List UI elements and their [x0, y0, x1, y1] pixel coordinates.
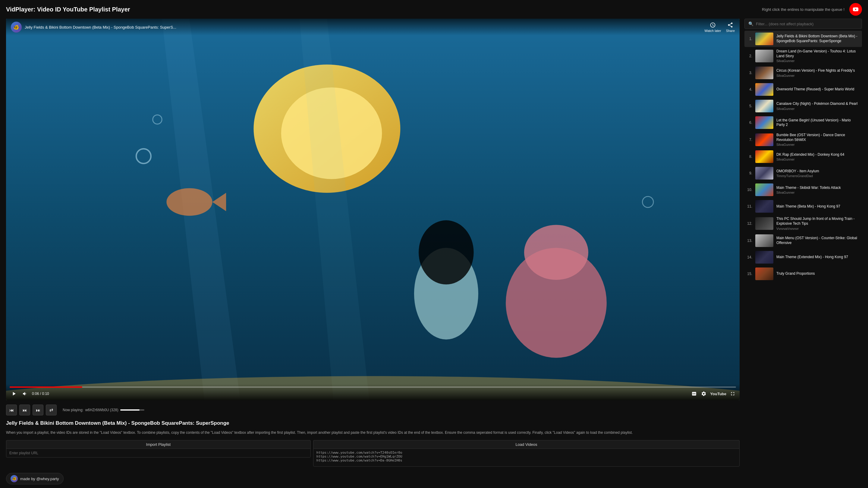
main-content: 🐠 Jelly Fields & Bikini Bottom Downtown …: [0, 19, 868, 470]
item-number: 9.: [747, 171, 752, 175]
item-number: 2.: [747, 54, 752, 58]
search-icon: 🔍: [748, 22, 753, 26]
item-title: Truly Grand Proportions: [776, 271, 860, 276]
item-info: Bumble Bee (OST Version) - Dance Dance R…: [776, 133, 860, 147]
playlist-item[interactable]: 7. Bumble Bee (OST Version) - Dance Danc…: [744, 131, 862, 148]
prev-button[interactable]: ⏮: [6, 404, 17, 415]
playlist-item[interactable]: 5. Canalave City (Night) - Pokémon Diamo…: [744, 98, 862, 114]
item-channel: SilvaGunner: [776, 191, 860, 194]
import-label: Import Playlist: [6, 440, 311, 449]
item-title: Main Theme (Extended Mix) - Hong Kong 97: [776, 255, 860, 260]
item-title: Dream Land (In-Game Version) - Touhou 4:…: [776, 49, 860, 59]
app-title: VidPlayer: Video ID YouTube Playlist Pla…: [6, 6, 130, 13]
load-textarea[interactable]: [313, 449, 740, 466]
controls-right: YouTube: [691, 390, 736, 397]
fullscreen-button[interactable]: [730, 390, 736, 397]
playlist-item[interactable]: 13. Main Menu (OST Version) - Counter-St…: [744, 233, 862, 249]
item-thumbnail: [755, 184, 773, 196]
youtube-logo-button[interactable]: [849, 3, 862, 16]
item-thumbnail: [755, 267, 773, 280]
play-button[interactable]: [10, 390, 18, 397]
item-title: Overworld Theme (Reused) - Super Mario W…: [776, 87, 860, 92]
time-display: 0:06 / 0:10: [32, 392, 49, 396]
play-pause-button[interactable]: ⏭: [19, 404, 30, 415]
item-info: Circus (Korean Version) - Five Nights at…: [776, 68, 860, 77]
song-title: Jelly Fields & Bikini Bottom Downtown (B…: [6, 420, 740, 426]
item-channel: TimmyTurnersGrandDad: [776, 174, 860, 178]
cc-button[interactable]: [691, 390, 698, 397]
item-info: Dream Land (In-Game Version) - Touhou 4:…: [776, 49, 860, 63]
made-by-avatar: 🐠: [10, 475, 18, 482]
header-hint: Right click the entires to manipulate th…: [762, 7, 844, 12]
shuffle-button[interactable]: ⇄: [46, 404, 57, 415]
video-title: Jelly Fields & Bikini Bottom Downtown (B…: [25, 25, 704, 30]
item-info: DK Rap (Extended Mix) - Donkey Kong 64 S…: [776, 153, 860, 161]
player-controls-row: ⏮ ⏭ ⏭ ⇄ Now playing: w6HZr6tWb0U (328): [6, 403, 740, 417]
video-channel-avatar: 🐠: [11, 22, 22, 33]
svg-rect-0: [6, 19, 740, 400]
item-thumbnail: [755, 133, 773, 146]
playlist-item[interactable]: 12. This PC Should Jump In front of a Mo…: [744, 215, 862, 232]
made-by-text: made by @whey.party: [20, 477, 59, 481]
video-container: 🐠 Jelly Fields & Bikini Bottom Downtown …: [6, 19, 740, 400]
share-label: Share: [726, 29, 735, 33]
item-number: 3.: [747, 71, 752, 75]
item-thumbnail: [755, 116, 773, 129]
item-title: Main Theme - Skibidi War: Toilets Attack: [776, 186, 860, 190]
playlist-item[interactable]: 6. Let the Game Begin! (Unused Version) …: [744, 115, 862, 131]
share-button[interactable]: Share: [726, 22, 735, 33]
volume-slider[interactable]: [120, 410, 144, 411]
made-by-badge[interactable]: 🐠 made by @whey.party: [6, 473, 64, 484]
playlist-item[interactable]: 14. Main Theme (Extended Mix) - Hong Kon…: [744, 249, 862, 265]
item-number: 1.: [747, 37, 752, 41]
watch-later-button[interactable]: Watch later: [704, 22, 721, 33]
item-title: OMORIBOY - Item Asylum: [776, 169, 860, 174]
video-top-bar: 🐠 Jelly Fields & Bikini Bottom Downtown …: [6, 19, 740, 36]
playlist-item[interactable]: 11. Main Theme (Beta Mix) - Hong Kong 97: [744, 198, 862, 215]
volume-fill: [120, 410, 140, 411]
item-number: 11.: [747, 204, 752, 208]
item-info: Main Theme (Extended Mix) - Hong Kong 97: [776, 255, 860, 260]
playlist-item[interactable]: 4. Overworld Theme (Reused) - Super Mari…: [744, 82, 862, 98]
yt-watermark: YouTube: [710, 392, 726, 396]
playlist-item[interactable]: 15. Truly Grand Proportions: [744, 266, 862, 282]
item-info: Main Theme - Skibidi War: Toilets Attack…: [776, 186, 860, 195]
playlist-item[interactable]: 9. OMORIBOY - Item Asylum TimmyTurnersGr…: [744, 165, 862, 181]
item-thumbnail: [755, 234, 773, 247]
playlist-item[interactable]: 8. DK Rap (Extended Mix) - Donkey Kong 6…: [744, 149, 862, 165]
time-current: 0:06: [32, 392, 39, 396]
item-title: Jelly Fields & Bikini Bottom Downtown (B…: [776, 34, 860, 43]
item-title: Let the Game Begin! (Unused Version) - M…: [776, 118, 860, 127]
next-button[interactable]: ⏭: [33, 404, 43, 415]
item-info: This PC Should Jump In front of a Moving…: [776, 217, 860, 230]
import-input[interactable]: [6, 449, 311, 458]
item-title: DK Rap (Extended Mix) - Donkey Kong 64: [776, 153, 860, 157]
progress-bar[interactable]: [10, 387, 736, 388]
item-channel: SilvaGunner: [776, 59, 860, 63]
import-section: Import Playlist: [6, 440, 311, 467]
now-playing: Now playing: w6HZr6tWb0U (328): [63, 408, 144, 412]
item-number: 12.: [747, 221, 752, 226]
playlist-item[interactable]: 2. Dream Land (In-Game Version) - Touhou…: [744, 47, 862, 64]
item-title: Main Theme (Beta Mix) - Hong Kong 97: [776, 204, 860, 209]
filter-input[interactable]: [756, 22, 858, 26]
settings-button[interactable]: [701, 390, 707, 397]
footer: 🐠 made by @whey.party: [0, 470, 868, 488]
item-title: Circus (Korean Version) - Five Nights at…: [776, 68, 860, 73]
song-description: When you import a playlist, the video ID…: [6, 430, 740, 435]
item-thumbnail: [755, 167, 773, 180]
playlist-item[interactable]: 1. Jelly Fields & Bikini Bottom Downtown…: [744, 31, 862, 47]
item-info: Overworld Theme (Reused) - Super Mario W…: [776, 87, 860, 92]
item-info: Let the Game Begin! (Unused Version) - M…: [776, 118, 860, 127]
item-info: Main Theme (Beta Mix) - Hong Kong 97: [776, 204, 860, 209]
item-number: 10.: [747, 188, 752, 192]
playlist-item[interactable]: 10. Main Theme - Skibidi War: Toilets At…: [744, 182, 862, 198]
volume-button[interactable]: [21, 390, 29, 397]
right-panel: 🔍 1. Jelly Fields & Bikini Bottom Downto…: [744, 19, 862, 467]
item-thumbnail: [755, 50, 773, 62]
video-title-bar: 🐠 Jelly Fields & Bikini Bottom Downtown …: [11, 22, 704, 33]
playlist-item[interactable]: 3. Circus (Korean Version) - Five Nights…: [744, 65, 862, 81]
load-section: Load Videos: [313, 440, 740, 467]
item-channel: SilvaGunner: [776, 158, 860, 161]
item-number: 6.: [747, 121, 752, 125]
